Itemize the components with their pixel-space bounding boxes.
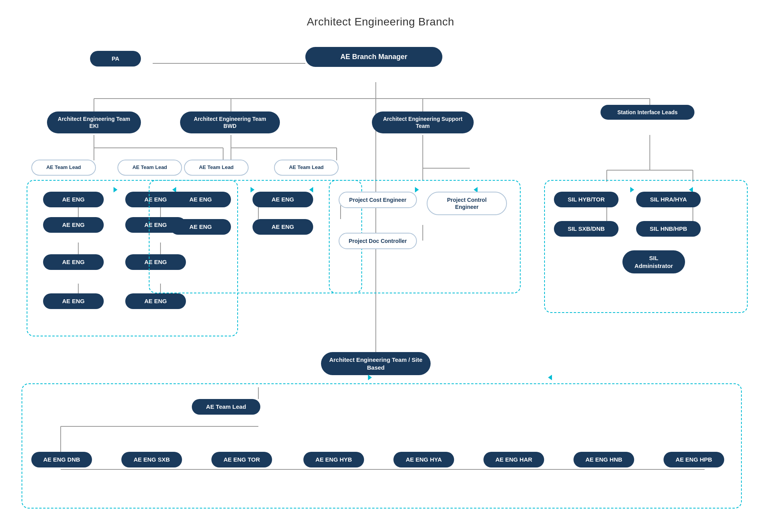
pa-node: PA: [90, 51, 141, 66]
ae-branch-manager-node: AE Branch Manager: [305, 47, 442, 67]
ae-team-lead-bwd-2-node: AE Team Lead: [274, 160, 339, 176]
ae-team-lead-eki-1-node: AE Team Lead: [31, 160, 96, 176]
eki-eng-1-1: AE ENG: [43, 192, 104, 207]
eki-eng-4-1: AE ENG: [43, 293, 104, 309]
site-arrow-right: [368, 375, 372, 380]
site-dashed-box: [22, 383, 742, 509]
ae-team-site-based-node: Architect Engineering Team / Site Based: [321, 352, 431, 375]
ae-team-lead-site-node: AE Team Lead: [192, 399, 260, 415]
ae-eng-dnb-node: AE ENG DNB: [31, 452, 92, 467]
project-doc-controller-node: Project Doc Controller: [339, 233, 417, 249]
ae-support-team-node: Architect Engineering Support Team: [372, 111, 474, 133]
sil-arrow-right: [630, 187, 634, 192]
project-control-engineer-node: Project Control Engineer: [427, 192, 507, 215]
ae-eng-hnb-node: AE ENG HNB: [573, 452, 634, 467]
sil-sxb-dnb-node: SIL SXB/DNB: [554, 221, 619, 237]
page-title: Architect Engineering Branch: [0, 0, 761, 28]
ae-team-lead-eki-2-node: AE Team Lead: [117, 160, 182, 176]
ae-eng-tor-node: AE ENG TOR: [211, 452, 272, 467]
bwd-eng-2-1: AE ENG: [170, 219, 231, 235]
eki-eng-2-1: AE ENG: [43, 217, 104, 233]
bwd-arrow-right: [251, 187, 254, 192]
eki-eng-4-2: AE ENG: [125, 293, 186, 309]
eki-eng-3-1: AE ENG: [43, 254, 104, 270]
ae-eng-har-node: AE ENG HAR: [483, 452, 544, 467]
station-interface-leads-node: Station Interface Leads: [601, 105, 694, 120]
sil-hnb-hpb-node: SIL HNB/HPB: [636, 221, 701, 237]
eki-arrow-right: [114, 187, 117, 192]
sil-hyb-tor-node: SIL HYB/TOR: [554, 192, 619, 207]
ae-eng-hpb-node: AE ENG HPB: [664, 452, 724, 467]
ae-team-eki-node: Architect Engineering Team EKI: [47, 111, 141, 133]
site-arrow-left: [548, 375, 552, 380]
ae-team-lead-bwd-1-node: AE Team Lead: [184, 160, 249, 176]
bwd-arrow-left: [309, 187, 313, 192]
bwd-eng-1-2: AE ENG: [252, 192, 313, 207]
sil-hra-hya-node: SIL HRA/HYA: [636, 192, 701, 207]
support-arrow-right: [415, 187, 419, 192]
bwd-eng-2-2: AE ENG: [252, 219, 313, 235]
sil-administrator-node: SIL Administrator: [622, 250, 685, 273]
ae-eng-hya-node: AE ENG HYA: [393, 452, 454, 467]
ae-team-bwd-node: Architect Engineering Team BWD: [180, 111, 280, 133]
project-cost-engineer-node: Project Cost Engineer: [339, 192, 417, 208]
ae-eng-hyb-node: AE ENG HYB: [303, 452, 364, 467]
bwd-eng-1-1: AE ENG: [170, 192, 231, 207]
ae-eng-sxb-node: AE ENG SXB: [121, 452, 182, 467]
